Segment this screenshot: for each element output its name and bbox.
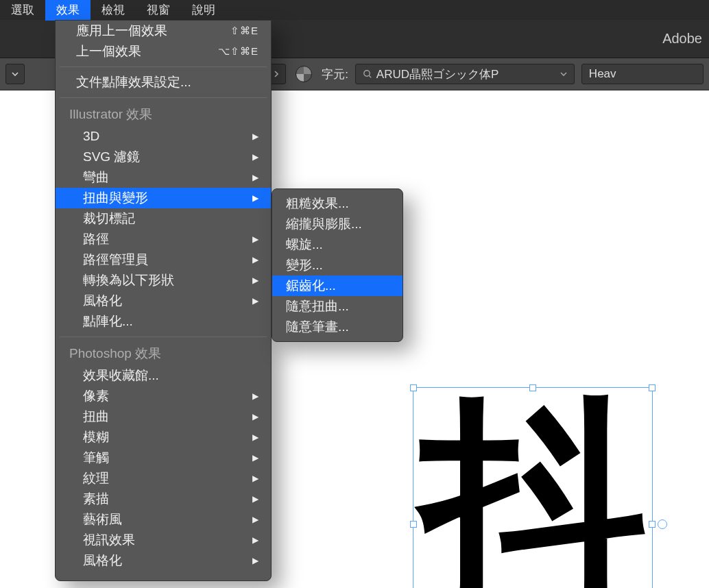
toolbar-dropdown-button[interactable] (5, 64, 25, 84)
menu-item-label: 效果收藏館... (83, 367, 159, 384)
menu-item[interactable]: 風格化▶ (56, 291, 271, 311)
submenu-item[interactable]: 鋸齒化... (272, 275, 402, 296)
menu-item[interactable]: 路徑管理員▶ (56, 249, 271, 270)
app-menubar: 選取 效果 檢視 視窗 說明 (0, 0, 709, 20)
rotate-handle[interactable] (658, 519, 667, 529)
resize-handle-top-right[interactable] (649, 384, 656, 391)
font-family-select[interactable]: ARUD晶熙ゴシック体P (355, 64, 575, 84)
submenu-item-label: 螺旋... (286, 236, 323, 254)
menu-item-shortcut: ⇧⌘E (230, 25, 259, 37)
menu-item-label: 素描 (83, 490, 109, 508)
menu-item-apply-last-effect[interactable]: 應用上一個效果 ⇧⌘E (56, 21, 271, 41)
submenu-item[interactable]: 粗糙效果... (272, 193, 402, 214)
menu-item[interactable]: 效果收藏館... (56, 365, 271, 386)
menu-item-document-raster-settings[interactable]: 文件點陣效果設定... (56, 72, 271, 93)
brand-label: Adobe (662, 31, 702, 47)
menu-item[interactable]: 扭曲與變形▶ (56, 188, 271, 208)
resize-handle-mid-right[interactable] (649, 521, 656, 528)
submenu-item-label: 變形... (286, 256, 323, 274)
submenu-arrow-icon: ▶ (252, 432, 259, 442)
effects-menu: 應用上一個效果 ⇧⌘E 上一個效果 ⌥⇧⌘E 文件點陣效果設定... Illus… (55, 20, 272, 581)
menu-item-label: 風格化 (83, 292, 122, 310)
submenu-item-label: 隨意筆畫... (286, 318, 349, 336)
menu-item[interactable]: 裁切標記 (56, 208, 271, 229)
resize-handle-top-left[interactable] (410, 384, 417, 391)
menu-item-label: 像素 (83, 387, 109, 405)
menu-item-label: 視訊效果 (83, 531, 135, 549)
menu-section-illustrator-effects: Illustrator 效果 (56, 103, 271, 126)
menu-item[interactable]: 模糊▶ (56, 427, 271, 448)
menu-item-label: 彎曲 (83, 169, 109, 186)
submenu-item-label: 粗糙效果... (286, 195, 349, 212)
menu-separator (60, 336, 267, 337)
menu-item-label: 文件點陣效果設定... (76, 73, 191, 91)
menu-item[interactable]: 扭曲▶ (56, 406, 271, 427)
menu-item[interactable]: 轉換為以下形狀▶ (56, 270, 271, 291)
submenu-item-label: 縮攏與膨脹... (286, 215, 362, 233)
menu-item[interactable]: 筆觸▶ (56, 448, 271, 468)
menu-item[interactable]: 紋理▶ (56, 468, 271, 489)
submenu-arrow-icon: ▶ (252, 132, 259, 141)
menu-item[interactable]: 像素▶ (56, 386, 271, 406)
selection-bounding-box[interactable] (413, 387, 653, 588)
menu-item[interactable]: 點陣化... (56, 311, 271, 332)
submenu-arrow-icon: ▶ (252, 412, 259, 421)
menu-item-label: 裁切標記 (83, 210, 135, 228)
submenu-arrow-icon: ▶ (252, 453, 259, 463)
color-harmony-icon[interactable] (296, 66, 312, 82)
submenu-item[interactable]: 螺旋... (272, 234, 402, 255)
menu-item-label: 風格化 (83, 552, 122, 569)
submenu-arrow-icon: ▶ (252, 556, 259, 565)
submenu-arrow-icon: ▶ (252, 296, 259, 306)
chevron-right-icon (273, 71, 280, 77)
submenu-arrow-icon: ▶ (252, 391, 259, 401)
menu-item-label: 路徑管理員 (83, 251, 148, 269)
submenu-arrow-icon: ▶ (252, 173, 259, 182)
menu-item-previous-effect[interactable]: 上一個效果 ⌥⇧⌘E (56, 41, 271, 62)
menu-item-label: 模糊 (83, 428, 109, 446)
menubar-item-window[interactable]: 視窗 (136, 0, 181, 21)
menu-section-photoshop-effects: Photoshop 效果 (56, 342, 271, 365)
submenu-item[interactable]: 變形... (272, 255, 402, 275)
menubar-item-select[interactable]: 選取 (0, 0, 45, 21)
menu-item-label: 扭曲 (83, 408, 109, 426)
submenu-arrow-icon: ▶ (252, 275, 259, 285)
menu-item-label: 筆觸 (83, 449, 109, 467)
menu-separator (60, 97, 267, 98)
menubar-item-help[interactable]: 說明 (181, 0, 226, 21)
menu-item[interactable]: 視訊效果▶ (56, 530, 271, 550)
menubar-item-effects[interactable]: 效果 (45, 0, 91, 21)
submenu-arrow-icon: ▶ (252, 474, 259, 483)
menu-item[interactable]: 路徑▶ (56, 229, 271, 249)
menubar-item-view[interactable]: 檢視 (91, 0, 136, 21)
menu-item[interactable]: 藝術風▶ (56, 509, 271, 530)
menu-item-label: 紋理 (83, 469, 109, 487)
menu-item-label: 路徑 (83, 230, 109, 248)
menu-item-label: 上一個效果 (76, 42, 141, 60)
font-weight-select[interactable]: Heav (581, 64, 704, 84)
submenu-item-label: 鋸齒化... (286, 277, 336, 295)
menu-item[interactable]: 素描▶ (56, 489, 271, 509)
submenu-arrow-icon: ▶ (252, 535, 259, 545)
menu-item[interactable]: 風格化▶ (56, 550, 271, 571)
svg-point-0 (364, 71, 370, 76)
menu-item[interactable]: 3D▶ (56, 126, 271, 147)
menu-item-label: 藝術風 (83, 511, 122, 528)
submenu-item-label: 隨意扭曲... (286, 297, 349, 315)
submenu-arrow-icon: ▶ (252, 515, 259, 524)
chevron-down-icon (560, 71, 567, 77)
submenu-item[interactable]: 隨意扭曲... (272, 296, 402, 317)
menu-item-label: 轉換為以下形狀 (83, 271, 174, 289)
character-label: 字元: (322, 66, 348, 82)
submenu-arrow-icon: ▶ (252, 494, 259, 504)
resize-handle-top-mid[interactable] (529, 384, 536, 391)
menu-item[interactable]: 彎曲▶ (56, 167, 271, 188)
menu-item-label: 應用上一個效果 (76, 22, 167, 40)
menu-item[interactable]: SVG 濾鏡▶ (56, 147, 271, 167)
submenu-item[interactable]: 隨意筆畫... (272, 317, 402, 337)
submenu-item[interactable]: 縮攏與膨脹... (272, 214, 402, 234)
distort-transform-submenu: 粗糙效果...縮攏與膨脹...螺旋...變形...鋸齒化...隨意扭曲...隨意… (272, 188, 403, 342)
font-weight-value: Heav (589, 67, 616, 81)
menu-item-label: SVG 濾鏡 (83, 148, 140, 166)
resize-handle-mid-left[interactable] (410, 521, 417, 528)
